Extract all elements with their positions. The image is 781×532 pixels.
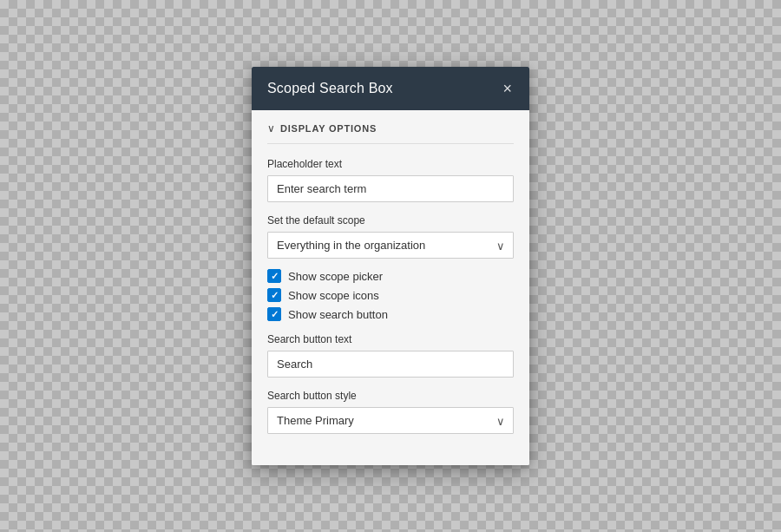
scope-select-wrapper: Everything in the organization This site…: [267, 232, 514, 259]
show-search-button-checkbox[interactable]: Show search button: [267, 307, 514, 321]
show-scope-icons-checkbox-visual: [267, 288, 281, 302]
section-title: DISPLAY OPTIONS: [280, 123, 377, 134]
dialog-title: Scoped Search Box: [267, 81, 393, 96]
checkboxes-group: Show scope picker Show scope icons Show …: [267, 269, 514, 321]
placeholder-text-label: Placeholder text: [267, 158, 514, 170]
show-scope-picker-label: Show scope picker: [288, 270, 383, 283]
search-btn-style-label: Search button style: [267, 390, 514, 402]
scope-select[interactable]: Everything in the organization This site…: [267, 232, 514, 259]
scoped-search-box-dialog: Scoped Search Box × ∨ DISPLAY OPTIONS Pl…: [252, 67, 529, 465]
search-btn-style-select[interactable]: Theme Primary Theme Secondary Custom: [267, 407, 514, 434]
dialog-header: Scoped Search Box ×: [252, 67, 529, 110]
show-search-button-label: Show search button: [288, 308, 388, 321]
show-scope-picker-checkbox-visual: [267, 269, 281, 283]
section-header: ∨ DISPLAY OPTIONS: [267, 110, 514, 144]
placeholder-text-input[interactable]: [267, 175, 514, 202]
search-btn-text-input[interactable]: [267, 351, 514, 378]
search-btn-text-label: Search button text: [267, 333, 514, 345]
show-scope-picker-checkbox[interactable]: Show scope picker: [267, 269, 514, 283]
search-btn-style-select-wrapper: Theme Primary Theme Secondary Custom ∨: [267, 407, 514, 434]
show-scope-icons-label: Show scope icons: [288, 289, 379, 302]
dialog-body: ∨ DISPLAY OPTIONS Placeholder text Set t…: [252, 110, 529, 465]
close-button[interactable]: ×: [501, 81, 514, 96]
show-search-button-checkbox-visual: [267, 307, 281, 321]
scope-label: Set the default scope: [267, 214, 514, 227]
chevron-down-icon: ∨: [267, 122, 275, 135]
show-scope-icons-checkbox[interactable]: Show scope icons: [267, 288, 514, 302]
